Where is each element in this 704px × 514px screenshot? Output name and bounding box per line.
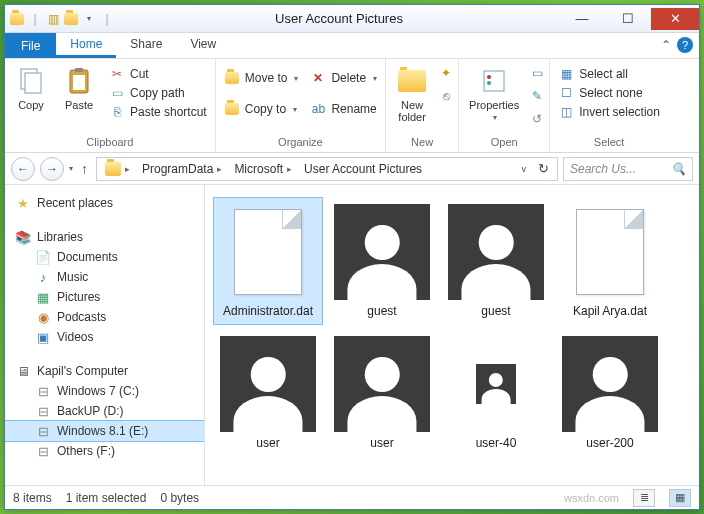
new-item-icon[interactable]: ✦ (438, 65, 454, 81)
refresh-icon[interactable]: ↻ (532, 161, 555, 176)
rename-icon: ab (310, 101, 326, 117)
properties-button[interactable]: Properties▾ (463, 63, 525, 124)
view-tab[interactable]: View (176, 33, 230, 58)
copy-to-icon (224, 101, 240, 117)
file-item[interactable]: user (213, 329, 323, 457)
file-list[interactable]: Administrator.datguestguestKapil Arya.da… (205, 185, 699, 485)
address-bar: ← → ▾ ↑ ▸ ProgramData▸ Microsoft▸ User A… (5, 153, 699, 185)
breadcrumb-item[interactable]: ProgramData▸ (136, 158, 228, 180)
documents-icon: 📄 (35, 249, 51, 265)
recent-places[interactable]: ★Recent places (5, 193, 204, 213)
icons-view-button[interactable]: ▦ (669, 489, 691, 507)
pictures-icon: ▦ (35, 289, 51, 305)
chevron-down-icon: ▾ (373, 74, 377, 83)
chevron-down-icon: ▾ (293, 105, 297, 114)
file-item[interactable]: guest (327, 197, 437, 325)
nav-drive-d[interactable]: ⊟BackUP (D:) (5, 401, 204, 421)
qat: | ▥ ▾ | (5, 11, 119, 27)
file-name: Administrator.dat (223, 304, 313, 318)
share-tab[interactable]: Share (116, 33, 176, 58)
minimize-button[interactable]: — (559, 8, 605, 30)
videos-icon: ▣ (35, 329, 51, 345)
nav-podcasts[interactable]: ◉Podcasts (5, 307, 204, 327)
content-area: ★Recent places 📚Libraries 📄Documents ♪Mu… (5, 185, 699, 485)
qat-dropdown-icon[interactable]: ▾ (81, 11, 97, 27)
easy-access-icon[interactable]: ⎋ (438, 88, 454, 104)
collapse-ribbon-icon[interactable]: ⌃ (661, 38, 671, 52)
nav-drive-f[interactable]: ⊟Others (F:) (5, 441, 204, 461)
cut-icon: ✂ (109, 66, 125, 82)
paste-shortcut-button[interactable]: ⎘Paste shortcut (105, 103, 211, 121)
file-tab[interactable]: File (5, 33, 56, 58)
search-icon: 🔍 (671, 162, 686, 176)
select-all-button[interactable]: ▦Select all (554, 65, 664, 83)
nav-pane: ★Recent places 📚Libraries 📄Documents ♪Mu… (5, 185, 205, 485)
delete-button[interactable]: ✕Delete▾ (306, 69, 381, 87)
file-item[interactable]: user-40 (441, 329, 551, 457)
search-input[interactable]: Search Us... 🔍 (563, 157, 693, 181)
titlebar: | ▥ ▾ | User Account Pictures — ☐ ✕ (5, 5, 699, 33)
file-item[interactable]: guest (441, 197, 551, 325)
drive-icon: ⊟ (35, 443, 51, 459)
file-name: guest (481, 304, 510, 318)
forward-button[interactable]: → (40, 157, 64, 181)
paste-button[interactable]: Paste (57, 63, 101, 113)
copy-path-button[interactable]: ▭Copy path (105, 84, 211, 102)
statusbar: 8 items 1 item selected 0 bytes wsxdn.co… (5, 485, 699, 509)
breadcrumb[interactable]: ▸ ProgramData▸ Microsoft▸ User Account P… (96, 157, 558, 181)
open-icon[interactable]: ▭ (529, 65, 545, 81)
home-tab[interactable]: Home (56, 33, 116, 58)
status-count: 8 items (13, 491, 52, 505)
nav-drive-e[interactable]: ⊟Windows 8.1 (E:) (5, 421, 204, 441)
nav-music[interactable]: ♪Music (5, 267, 204, 287)
nav-videos[interactable]: ▣Videos (5, 327, 204, 347)
details-view-button[interactable]: ≣ (633, 489, 655, 507)
edit-icon[interactable]: ✎ (529, 88, 545, 104)
file-name: Kapil Arya.dat (573, 304, 647, 318)
close-button[interactable]: ✕ (651, 8, 699, 30)
delete-icon: ✕ (310, 70, 326, 86)
file-item[interactable]: Kapil Arya.dat (555, 197, 665, 325)
copy-button[interactable]: Copy (9, 63, 53, 113)
properties-icon[interactable]: ▥ (45, 11, 61, 27)
invert-selection-button[interactable]: ◫Invert selection (554, 103, 664, 121)
select-none-button[interactable]: ☐Select none (554, 84, 664, 102)
file-item[interactable]: Administrator.dat (213, 197, 323, 325)
breadcrumb-root[interactable]: ▸ (99, 158, 136, 180)
group-organize: Move to▾ Copy to▾ ✕Delete▾ abRename Orga… (216, 59, 386, 152)
drive-icon: ⊟ (35, 403, 51, 419)
drive-icon: ⊟ (35, 383, 51, 399)
select-all-icon: ▦ (558, 66, 574, 82)
watermark: wsxdn.com (564, 492, 619, 504)
cut-button[interactable]: ✂Cut (105, 65, 211, 83)
drive-icon: ⊟ (35, 423, 51, 439)
breadcrumb-item[interactable]: Microsoft▸ (228, 158, 298, 180)
invert-icon: ◫ (558, 104, 574, 120)
maximize-button[interactable]: ☐ (605, 8, 651, 30)
rename-button[interactable]: abRename (306, 100, 381, 118)
history-dropdown-icon[interactable]: ▾ (69, 164, 73, 173)
file-item[interactable]: user-200 (555, 329, 665, 457)
up-button[interactable]: ↑ (78, 161, 91, 177)
folder-icon (105, 162, 121, 176)
breadcrumb-dropdown-icon[interactable]: v (516, 164, 533, 174)
libraries-header[interactable]: 📚Libraries (5, 227, 204, 247)
svg-point-7 (487, 81, 491, 85)
back-button[interactable]: ← (11, 157, 35, 181)
computer-header[interactable]: 🖥Kapil's Computer (5, 361, 204, 381)
file-item[interactable]: user (327, 329, 437, 457)
svg-rect-4 (73, 75, 85, 90)
breadcrumb-item[interactable]: User Account Pictures (298, 158, 428, 180)
nav-pictures[interactable]: ▦Pictures (5, 287, 204, 307)
new-folder-icon[interactable] (63, 11, 79, 27)
history-icon[interactable]: ↺ (529, 111, 545, 127)
copy-to-button[interactable]: Copy to▾ (220, 100, 303, 118)
move-to-button[interactable]: Move to▾ (220, 69, 303, 87)
help-icon[interactable]: ? (677, 37, 693, 53)
nav-documents[interactable]: 📄Documents (5, 247, 204, 267)
nav-drive-c[interactable]: ⊟Windows 7 (C:) (5, 381, 204, 401)
file-thumbnail (448, 204, 544, 300)
status-selection: 1 item selected (66, 491, 147, 505)
chevron-down-icon: ▾ (294, 74, 298, 83)
new-folder-button[interactable]: New folder (390, 63, 434, 125)
